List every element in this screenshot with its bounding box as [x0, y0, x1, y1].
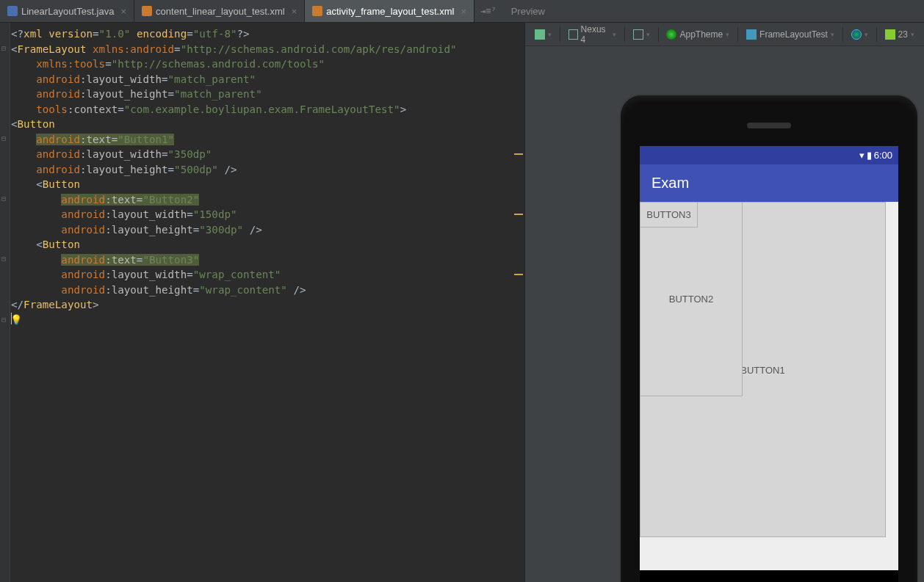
theme-icon: [666, 29, 676, 40]
phone-speaker: [747, 123, 791, 128]
device-stage[interactable]: ▾ ▮ 6:00 Exam BUTTON1 BUTTON2 BUTTON3: [525, 46, 924, 582]
wifi-icon: ▾: [859, 150, 865, 161]
globe-icon: [851, 29, 862, 40]
preview-button2[interactable]: BUTTON2: [640, 202, 743, 396]
xml-file-icon: [142, 6, 152, 16]
button-label: BUTTON2: [669, 294, 713, 305]
api-label: 23: [898, 29, 908, 40]
fold-icon[interactable]: ⊟: [1, 252, 6, 266]
theme-selector[interactable]: AppTheme▾: [663, 26, 733, 43]
device-icon: [569, 29, 578, 40]
close-icon[interactable]: ×: [461, 6, 466, 17]
theme-label: AppTheme: [679, 29, 723, 40]
device-selector[interactable]: Nexus 4▾: [565, 26, 620, 43]
code-editor[interactable]: ⊟ ⊟ ⊟ ⊟ ⊟ 💡 <?xml version="1.0" encoding…: [0, 23, 524, 582]
button-label: BUTTON1: [740, 364, 784, 375]
preview-toolbar: ▾ Nexus 4▾ ▾ AppTheme▾ FrameLayoutTest▾ …: [525, 23, 924, 46]
preview-button3[interactable]: BUTTON3: [640, 202, 698, 228]
tab-label: content_linear_layout_test.xml: [156, 6, 285, 17]
device-screen: ▾ ▮ 6:00 Exam BUTTON1 BUTTON2 BUTTON3: [640, 146, 898, 582]
java-file-icon: [7, 6, 18, 16]
button-label: BUTTON3: [646, 209, 690, 220]
tab-options-button[interactable]: ⇥≡⁷: [474, 6, 502, 17]
app-title: Exam: [652, 175, 689, 192]
orientation-button[interactable]: ▾: [629, 26, 654, 43]
gutter[interactable]: ⊟ ⊟ ⊟ ⊟ ⊟ 💡: [0, 23, 10, 582]
locale-selector[interactable]: ▾: [848, 26, 872, 43]
frame-layout-preview: BUTTON1 BUTTON2 BUTTON3: [640, 202, 898, 570]
status-bar: ▾ ▮ 6:00: [640, 146, 898, 164]
config-button[interactable]: ▾: [531, 26, 555, 43]
fold-icon[interactable]: ⊟: [1, 41, 6, 56]
config-icon: [535, 29, 545, 40]
fold-icon[interactable]: ⊟: [1, 192, 6, 206]
preview-panel: ▾ Nexus 4▾ ▾ AppTheme▾ FrameLayoutTest▾ …: [524, 23, 924, 582]
android-icon: [885, 29, 895, 40]
preview-panel-label: Preview: [502, 6, 554, 17]
tab-label: activity_frame_layout_test.xml: [326, 6, 454, 17]
fold-icon[interactable]: ⊟: [1, 313, 6, 327]
lightbulb-icon[interactable]: 💡: [10, 313, 22, 327]
nav-bar: [640, 570, 898, 582]
close-icon[interactable]: ×: [120, 6, 126, 17]
device-frame: ▾ ▮ 6:00 Exam BUTTON1 BUTTON2 BUTTON3: [619, 94, 919, 582]
activity-label: FrameLayoutTest: [759, 29, 828, 40]
tab-label: LinearLayoutTest.java: [21, 6, 114, 17]
editor-tabs: LinearLayoutTest.java × content_linear_l…: [0, 0, 924, 23]
activity-icon: [746, 29, 757, 40]
fold-icon[interactable]: ⊟: [1, 131, 6, 146]
device-label: Nexus 4: [581, 24, 610, 45]
battery-icon: ▮: [867, 150, 872, 161]
tab-activity-frame-layout-xml[interactable]: activity_frame_layout_test.xml ×: [305, 0, 474, 22]
activity-selector[interactable]: FrameLayoutTest▾: [743, 26, 838, 43]
close-icon[interactable]: ×: [292, 6, 297, 17]
status-time: 6:00: [874, 150, 892, 161]
tab-linearlayouttest-java[interactable]: LinearLayoutTest.java ×: [0, 0, 134, 22]
app-bar: Exam: [640, 164, 898, 202]
tab-content-linear-layout-xml[interactable]: content_linear_layout_test.xml ×: [134, 0, 305, 22]
xml-file-icon: [312, 6, 322, 16]
code-area[interactable]: <?xml version="1.0" encoding="utf-8"?> <…: [11, 26, 517, 313]
orientation-icon: [633, 29, 643, 40]
api-selector[interactable]: 23▾: [881, 26, 918, 43]
